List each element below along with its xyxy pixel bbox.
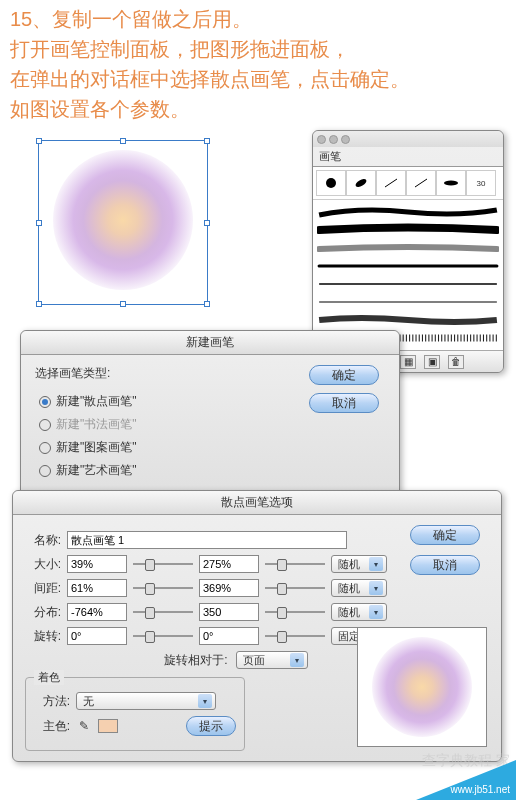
radio-icon xyxy=(39,442,51,454)
rotation-relative-select[interactable]: 页面▾ xyxy=(236,651,308,669)
colorization-label: 着色 xyxy=(34,670,64,685)
brush-type-radio-group: 新建"散点画笔" 新建"书法画笔" 新建"图案画笔" 新建"艺术画笔" xyxy=(31,386,299,486)
scatter-max-slider[interactable] xyxy=(265,605,325,619)
cancel-button[interactable]: 取消 xyxy=(410,555,480,575)
spacing-min-slider[interactable] xyxy=(133,581,193,595)
scatter-min-input[interactable] xyxy=(67,603,127,621)
resize-handle[interactable] xyxy=(204,301,210,307)
preview-blob xyxy=(372,637,472,737)
ok-button[interactable]: 确定 xyxy=(410,525,480,545)
new-brush-icon[interactable]: ▣ xyxy=(424,355,440,369)
tutorial-instructions: 15、复制一个留做之后用。 打开画笔控制面板，把图形拖进面板， 在弹出的对话框中… xyxy=(0,0,516,132)
tab-brushes[interactable]: 画笔 xyxy=(313,147,503,167)
brush-thumb[interactable] xyxy=(346,170,376,196)
chevron-down-icon: ▾ xyxy=(369,557,383,571)
selection-box[interactable] xyxy=(38,140,208,305)
size-max-slider[interactable] xyxy=(265,557,325,571)
rotation-max-slider[interactable] xyxy=(265,629,325,643)
rotation-min-input[interactable] xyxy=(67,627,127,645)
rotation-min-slider[interactable] xyxy=(133,629,193,643)
scatter-max-input[interactable] xyxy=(199,603,259,621)
size-mode-select[interactable]: 随机▾ xyxy=(331,555,387,573)
radio-pattern-brush[interactable]: 新建"图案画笔" xyxy=(31,436,299,459)
delete-brush-icon[interactable]: 🗑 xyxy=(448,355,464,369)
brush-stroke-preview[interactable] xyxy=(317,240,499,256)
spacing-max-input[interactable] xyxy=(199,579,259,597)
brush-thumb[interactable] xyxy=(316,170,346,196)
method-select[interactable]: 无▾ xyxy=(76,692,216,710)
brush-stroke-list xyxy=(313,200,503,350)
minimize-icon[interactable] xyxy=(329,135,338,144)
chevron-down-icon: ▾ xyxy=(369,581,383,595)
brush-stroke-preview[interactable] xyxy=(317,294,499,310)
spacing-min-input[interactable] xyxy=(67,579,127,597)
dialog-title: 散点画笔选项 xyxy=(13,491,501,515)
eyedropper-icon[interactable]: ✎ xyxy=(76,719,92,733)
key-color-swatch[interactable] xyxy=(98,719,118,733)
brush-thumb[interactable] xyxy=(436,170,466,196)
scatter-mode-select[interactable]: 随机▾ xyxy=(331,603,387,621)
zoom-icon[interactable] xyxy=(341,135,350,144)
rotation-relative-label: 旋转相对于: xyxy=(164,652,227,669)
resize-handle[interactable] xyxy=(120,301,126,307)
size-max-input[interactable] xyxy=(199,555,259,573)
brush-thumb[interactable] xyxy=(376,170,406,196)
resize-handle[interactable] xyxy=(120,138,126,144)
tips-button[interactable]: 提示 xyxy=(186,716,236,736)
radio-icon xyxy=(39,419,51,431)
resize-handle[interactable] xyxy=(204,138,210,144)
window-controls xyxy=(317,135,350,144)
canvas-artwork[interactable] xyxy=(38,140,218,320)
radio-art-brush[interactable]: 新建"艺术画笔" xyxy=(31,459,299,482)
instruction-line: 打开画笔控制面板，把图形拖进面板， xyxy=(10,34,506,64)
resize-handle[interactable] xyxy=(36,301,42,307)
size-label: 大小: xyxy=(25,556,61,573)
radio-scatter-brush[interactable]: 新建"散点画笔" xyxy=(31,390,299,413)
brush-thumbnail-grid: 30 xyxy=(313,167,503,200)
panel-titlebar[interactable] xyxy=(313,131,503,147)
brush-thumb[interactable]: 30 xyxy=(466,170,496,196)
instruction-line: 15、复制一个留做之后用。 xyxy=(10,4,506,34)
rotation-label: 旋转: xyxy=(25,628,61,645)
brush-stroke-preview[interactable] xyxy=(317,276,499,292)
spacing-mode-select[interactable]: 随机▾ xyxy=(331,579,387,597)
rotation-max-input[interactable] xyxy=(199,627,259,645)
resize-handle[interactable] xyxy=(36,220,42,226)
radio-icon xyxy=(39,465,51,477)
name-label: 名称: xyxy=(25,532,61,549)
ok-button[interactable]: 确定 xyxy=(309,365,379,385)
watermark-site: www.jb51.net xyxy=(451,784,510,796)
dialog-title: 新建画笔 xyxy=(21,331,399,355)
colorization-group: 着色 方法: 无▾ 主色: ✎ 提示 xyxy=(25,677,245,751)
cancel-button[interactable]: 取消 xyxy=(309,393,379,413)
instruction-line: 在弹出的对话框中选择散点画笔，点击确定。 xyxy=(10,64,506,94)
svg-point-1 xyxy=(354,177,367,188)
scatter-brush-options-dialog: 散点画笔选项 名称: 大小: 随机▾ 间距: 随机▾ xyxy=(12,490,502,762)
chevron-down-icon: ▾ xyxy=(198,694,212,708)
brush-stroke-preview[interactable] xyxy=(317,312,499,328)
watermark: 查字典教程 家 www.jb51.net xyxy=(396,750,516,800)
radio-icon xyxy=(39,396,51,408)
instruction-line: 如图设置各个参数。 xyxy=(10,94,506,124)
svg-point-4 xyxy=(444,181,458,186)
chevron-down-icon: ▾ xyxy=(290,653,304,667)
scatter-min-slider[interactable] xyxy=(133,605,193,619)
brush-stroke-preview[interactable] xyxy=(317,258,499,274)
radio-calligraphic-brush: 新建"书法画笔" xyxy=(31,413,299,436)
new-brush-icon[interactable]: ▦ xyxy=(400,355,416,369)
resize-handle[interactable] xyxy=(36,138,42,144)
size-min-input[interactable] xyxy=(67,555,127,573)
resize-handle[interactable] xyxy=(204,220,210,226)
brush-thumb[interactable] xyxy=(406,170,436,196)
spacing-max-slider[interactable] xyxy=(265,581,325,595)
brush-stroke-preview[interactable] xyxy=(317,222,499,238)
name-input[interactable] xyxy=(67,531,347,549)
scatter-label: 分布: xyxy=(25,604,61,621)
svg-line-3 xyxy=(415,179,427,187)
chevron-down-icon: ▾ xyxy=(369,605,383,619)
radio-group-label: 选择画笔类型: xyxy=(31,365,299,386)
size-min-slider[interactable] xyxy=(133,557,193,571)
brush-stroke-preview[interactable] xyxy=(317,204,499,220)
close-icon[interactable] xyxy=(317,135,326,144)
key-color-label: 主色: xyxy=(34,718,70,735)
